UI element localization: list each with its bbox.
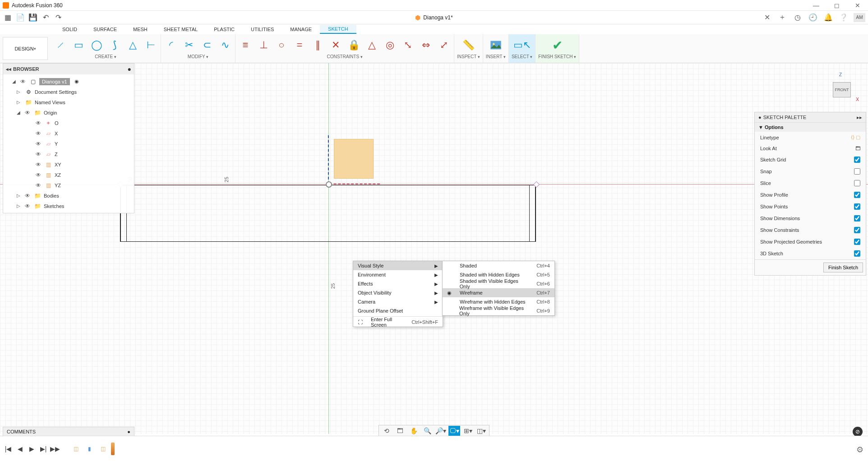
maximize-button[interactable]: ◻	[826, 0, 847, 11]
menu-visual-style[interactable]: Visual Style▶	[353, 261, 443, 270]
tab-sheetmetal[interactable]: SHEET METAL	[156, 25, 206, 33]
undo-icon[interactable]: ↶	[41, 13, 51, 23]
menu-wireframe-hidden[interactable]: Wireframe with Hidden EdgesCtrl+8	[443, 297, 554, 306]
insert-label[interactable]: INSERT	[486, 54, 506, 59]
tab-manage[interactable]: MANAGE	[282, 25, 320, 33]
feedback-icon[interactable]: ⊘	[853, 427, 863, 437]
palette-linetype[interactable]: Linetype⟨⟩ ▢	[755, 132, 866, 143]
sketch-profile-rectangle[interactable]	[334, 139, 374, 179]
new-tab-icon[interactable]: ＋	[777, 12, 788, 23]
dimension-25b[interactable]: 25	[330, 283, 336, 289]
sketch3d-checkbox[interactable]	[854, 250, 860, 257]
line-tool-icon[interactable]: ⟋	[53, 38, 68, 52]
menu-effects[interactable]: Effects▶	[353, 279, 443, 288]
fillet-tool-icon[interactable]: ◜	[164, 38, 178, 52]
help-icon[interactable]: ❔	[838, 12, 849, 23]
finish-label[interactable]: FINISH SKETCH	[538, 54, 576, 59]
coincident-constraint-icon[interactable]: △	[365, 38, 379, 52]
notifications-icon[interactable]: 🔔	[823, 12, 834, 23]
timeline-start-icon[interactable]: |◀	[4, 444, 13, 453]
tree-origin-x[interactable]: 👁▱X	[3, 128, 134, 138]
job-status-icon[interactable]: 🕘	[808, 12, 818, 23]
display-settings-icon[interactable]: 🖵▾	[448, 426, 460, 436]
menu-shaded-visible[interactable]: Shaded with Visible Edges OnlyCtrl+6	[443, 279, 554, 288]
tree-bodies[interactable]: ▷👁📁Bodies	[3, 190, 134, 201]
points-checkbox[interactable]	[854, 203, 860, 210]
menu-fullscreen[interactable]: ⛶Enter Full ScreenCtrl+Shift+F	[353, 318, 443, 327]
origin-point[interactable]	[326, 181, 332, 188]
tree-sketches[interactable]: ▷👁📁Sketches	[3, 201, 134, 211]
vertical-constraint-icon[interactable]: ⊥	[256, 38, 271, 52]
trim-tool-icon[interactable]: ✂	[182, 38, 196, 52]
tree-origin[interactable]: ◢👁📁Origin	[3, 107, 134, 118]
tab-solid[interactable]: SOLID	[54, 25, 85, 33]
construction-line-horizontal[interactable]	[329, 184, 380, 184]
tree-named-views[interactable]: ▷📁Named Views	[3, 97, 134, 107]
select-tool-icon[interactable]: ▭↖	[515, 38, 529, 52]
minimize-button[interactable]: —	[806, 0, 826, 11]
tree-origin-y[interactable]: 👁▱Y	[3, 138, 134, 149]
browser-settings-icon[interactable]: ●	[128, 65, 131, 73]
menu-wireframe[interactable]: ◉WireframeCtrl+7	[443, 288, 554, 297]
text-tool-icon[interactable]: ⊢	[143, 38, 158, 52]
profile-checkbox[interactable]	[854, 192, 860, 198]
tree-origin-xy[interactable]: 👁▥XY	[3, 159, 134, 170]
comments-panel[interactable]: COMMENTS ●	[3, 427, 134, 437]
tab-surface[interactable]: SURFACE	[85, 25, 125, 33]
tab-utilities[interactable]: UTILITIES	[243, 25, 282, 33]
comments-settings-icon[interactable]: ●	[127, 429, 130, 434]
symmetry-constraint-icon[interactable]: ⇔	[419, 38, 433, 52]
tab-sketch[interactable]: SKETCH	[320, 25, 356, 34]
inspect-label[interactable]: INSPECT	[457, 54, 480, 59]
view-cube[interactable]: Z FRONT X	[828, 74, 855, 101]
timeline-prev-icon[interactable]: ◀	[15, 444, 24, 453]
grid-settings-icon[interactable]: ⊞▾	[462, 426, 474, 436]
grid-checkbox[interactable]	[854, 157, 860, 163]
menu-shaded-hidden[interactable]: Shaded with Hidden EdgesCtrl+5	[443, 270, 554, 279]
rectangle-tool-icon[interactable]: ▭	[71, 38, 86, 52]
close-tab-icon[interactable]: ✕	[762, 12, 772, 23]
tab-plastic[interactable]: PLASTIC	[206, 25, 243, 33]
palette-section-options[interactable]: ▼ Options	[755, 122, 866, 132]
dims-checkbox[interactable]	[854, 215, 860, 221]
arc-tool-icon[interactable]: ⟆	[107, 38, 122, 52]
tree-origin-yz[interactable]: 👁▥YZ	[3, 180, 134, 190]
menu-object-visibility[interactable]: Object Visibility▶	[353, 288, 443, 297]
data-panel-icon[interactable]: ▦	[3, 13, 13, 23]
save-icon[interactable]: 💾	[28, 13, 38, 23]
timeline-feature-sketch[interactable]: ◫	[70, 443, 81, 454]
document-tab[interactable]: ⬢ Dianoga v1*	[415, 14, 452, 21]
lookat-nav-icon[interactable]: 🗔	[394, 426, 406, 436]
measure-tool-icon[interactable]: 📏	[461, 38, 476, 52]
select-label[interactable]: SELECT	[512, 54, 532, 59]
parallel-constraint-icon[interactable]: ∥	[310, 38, 325, 52]
tree-doc-settings[interactable]: ▷⚙Document Settings	[3, 87, 134, 97]
file-menu-icon[interactable]: 📄	[15, 13, 25, 23]
timeline-settings-icon[interactable]: ⚙	[856, 445, 863, 455]
timeline-next-icon[interactable]: ▶|	[39, 444, 48, 453]
concentric-constraint-icon[interactable]: ◎	[383, 38, 397, 52]
projected-checkbox[interactable]	[854, 239, 860, 245]
menu-wireframe-visible[interactable]: Wireframe with Visible Edges OnlyCtrl+9	[443, 306, 554, 315]
finish-sketch-button[interactable]: Finish Sketch	[823, 263, 863, 272]
palette-lookat[interactable]: Look At🗔	[755, 143, 866, 154]
menu-environment[interactable]: Environment▶	[353, 270, 443, 279]
modify-label[interactable]: MODIFY	[188, 54, 208, 59]
pan-icon[interactable]: ✋	[408, 426, 420, 436]
timeline-feature-extrude[interactable]: ▮	[84, 443, 95, 454]
menu-ground-plane[interactable]: Ground Plane Offset	[353, 306, 443, 315]
palette-header[interactable]: ●SKETCH PALETTE▸▸	[755, 112, 866, 122]
snap-checkbox[interactable]	[854, 168, 860, 175]
finish-sketch-icon[interactable]: ✔	[550, 38, 564, 52]
menu-camera[interactable]: Camera▶	[353, 297, 443, 306]
extensions-icon[interactable]: ◷	[792, 12, 803, 23]
lock-constraint-icon[interactable]: 🔒	[346, 38, 361, 52]
browser-header[interactable]: ◂◂ BROWSER ●	[3, 64, 134, 74]
offset-tool-icon[interactable]: ∿	[218, 38, 232, 52]
view-cube-face[interactable]: FRONT	[833, 82, 851, 97]
zoom-window-icon[interactable]: 🔎▾	[435, 426, 447, 436]
constraints-checkbox[interactable]	[854, 227, 860, 233]
redo-icon[interactable]: ↷	[53, 13, 63, 23]
tab-mesh[interactable]: MESH	[125, 25, 156, 33]
construction-line-vertical[interactable]	[328, 135, 329, 184]
